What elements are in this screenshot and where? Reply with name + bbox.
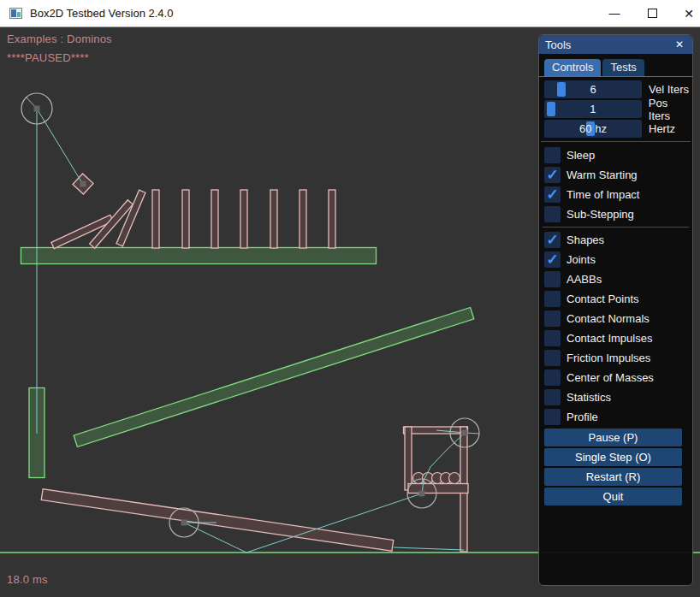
joint-line	[37, 109, 82, 183]
checkbox-center-of-masses[interactable]: Center of Masses	[544, 368, 692, 387]
tab-tests[interactable]: Tests	[602, 59, 644, 76]
joint-anchor	[462, 430, 468, 436]
panel-close-icon[interactable]: ✕	[673, 38, 686, 51]
slider-section: 6 Vel Iters 1 Pos Iters 60 hz Hertz	[539, 77, 692, 138]
slider-value: 1	[544, 100, 642, 118]
checkbox-contact-points[interactable]: Contact Points	[544, 289, 692, 309]
checkbox-label: Joints	[567, 253, 596, 266]
checkbox-box[interactable]	[544, 409, 561, 425]
checkbox-label: Center of Masses	[567, 371, 654, 384]
checkbox-label: Profile	[567, 411, 598, 423]
slider-value: 6	[544, 80, 642, 98]
frame-top-bar[interactable]	[404, 427, 468, 434]
domino[interactable]	[300, 190, 306, 248]
seesaw-plank[interactable]	[41, 489, 394, 552]
joint-anchor	[34, 106, 40, 112]
checkbox-label: Sleep	[567, 149, 595, 162]
checkbox-label: AABBs	[567, 273, 602, 286]
app-icon	[9, 8, 22, 19]
checkbox-box[interactable]	[544, 330, 561, 346]
pos-iters-slider[interactable]: 1 Pos Iters	[544, 100, 692, 118]
checkbox-box[interactable]	[544, 291, 561, 307]
checkbox-label: Statistics	[567, 391, 611, 404]
checkbox-box[interactable]	[544, 206, 561, 222]
example-title: Examples : Dominos	[7, 33, 112, 45]
maximize-icon[interactable]	[633, 0, 671, 27]
tab-bar: Controls Tests	[539, 54, 692, 77]
checkbox-label: Shapes	[567, 233, 604, 246]
domino[interactable]	[152, 190, 159, 248]
checkbox-label: Friction Impulses	[567, 352, 650, 364]
slider-label: Vel Iters	[649, 83, 689, 96]
quit-button[interactable]: Quit	[544, 488, 682, 505]
checkmark-icon[interactable]: ✓	[544, 167, 561, 183]
domino[interactable]	[240, 190, 247, 248]
checkbox-box[interactable]	[544, 350, 561, 366]
slider-track[interactable]: 6	[544, 80, 642, 98]
box2d-testbed-window: Box2D Testbed Version 2.4.0 — ✕ Examples…	[0, 0, 700, 597]
tools-panel-titlebar[interactable]: Tools ✕	[539, 35, 692, 54]
tab-controls[interactable]: Controls	[544, 59, 601, 76]
slider-label: Pos Iters	[649, 97, 692, 122]
checkbox-label: Contact Impulses	[567, 332, 652, 345]
checkbox-box[interactable]	[544, 369, 561, 386]
checkbox-label: Sub-Stepping	[567, 208, 634, 221]
tools-panel: Tools ✕ Controls Tests 6 Vel Iters 1 Pos…	[538, 34, 693, 586]
button-section: Pause (P)Single Step (O)Restart (R)Quit	[539, 427, 692, 505]
domino[interactable]	[182, 190, 189, 248]
slider-track[interactable]: 60 hz	[544, 120, 642, 138]
slider-value: 60 hz	[544, 120, 642, 138]
window-title: Box2D Testbed Version 2.4.0	[30, 7, 173, 20]
checkmark-icon[interactable]: ✓	[544, 232, 561, 248]
tools-panel-title: Tools	[545, 38, 673, 51]
checkbox-box[interactable]	[544, 389, 561, 405]
frame-shelf[interactable]	[408, 484, 468, 494]
checkbox-profile[interactable]: Profile	[544, 407, 692, 427]
top-platform[interactable]	[21, 248, 377, 264]
checkbox-box[interactable]	[544, 310, 561, 327]
checkbox-label: Contact Normals	[567, 312, 650, 325]
window-titlebar[interactable]: Box2D Testbed Version 2.4.0 — ✕	[0, 0, 700, 27]
close-icon[interactable]: ✕	[670, 0, 700, 27]
joint-anchor	[181, 520, 187, 526]
ball[interactable]	[449, 473, 460, 484]
minimize-icon[interactable]: —	[596, 0, 633, 27]
domino[interactable]	[270, 190, 277, 248]
joint-anchor	[80, 181, 86, 187]
checkbox-contact-impulses[interactable]: Contact Impulses	[544, 328, 692, 348]
joint-line	[394, 547, 464, 550]
slider-track[interactable]: 1	[544, 100, 642, 118]
checkbox-shapes[interactable]: ✓Shapes	[544, 230, 692, 250]
restart-r-button[interactable]: Restart (R)	[544, 468, 682, 486]
frame-left-col[interactable]	[405, 427, 412, 490]
checkbox-box[interactable]	[544, 147, 561, 163]
single-step-o-button[interactable]: Single Step (O)	[544, 448, 682, 466]
slider-label: Hertz	[649, 122, 675, 135]
checkbox-label: Time of Impact	[567, 188, 639, 201]
checkbox-sleep[interactable]: Sleep	[544, 145, 692, 165]
checkbox-contact-normals[interactable]: Contact Normals	[544, 309, 692, 328]
checkbox-friction-impulses[interactable]: Friction Impulses	[544, 348, 692, 368]
checkbox-label: Contact Points	[567, 293, 639, 305]
separator	[543, 227, 689, 228]
checkbox-box[interactable]	[544, 271, 561, 287]
checkbox-warm-starting[interactable]: ✓Warm Starting	[544, 165, 692, 185]
checkbox-sub-stepping[interactable]: Sub-Stepping	[544, 204, 692, 224]
domino[interactable]	[211, 190, 218, 248]
long-ramp[interactable]	[74, 307, 474, 446]
domino[interactable]	[329, 190, 335, 248]
frame-time: 18.0 ms	[7, 573, 48, 586]
checkbox-statistics[interactable]: Statistics	[544, 387, 692, 407]
checkbox-time-of-impact[interactable]: ✓Time of Impact	[544, 185, 692, 204]
separator	[541, 141, 691, 142]
paused-indicator: ****PAUSED****	[7, 51, 89, 64]
pause-p-button[interactable]: Pause (P)	[544, 429, 682, 446]
hertz-slider[interactable]: 60 hz Hertz	[544, 120, 692, 138]
checkbox-aabbs[interactable]: AABBs	[544, 269, 692, 289]
checkmark-icon[interactable]: ✓	[544, 251, 561, 268]
joint-anchor	[419, 491, 425, 497]
checkbox-joints[interactable]: ✓Joints	[544, 250, 692, 269]
checkbox-section: Sleep✓Warm Starting✓Time of ImpactSub-St…	[539, 145, 692, 427]
checkmark-icon[interactable]: ✓	[544, 186, 561, 203]
checkbox-label: Warm Starting	[567, 168, 638, 181]
